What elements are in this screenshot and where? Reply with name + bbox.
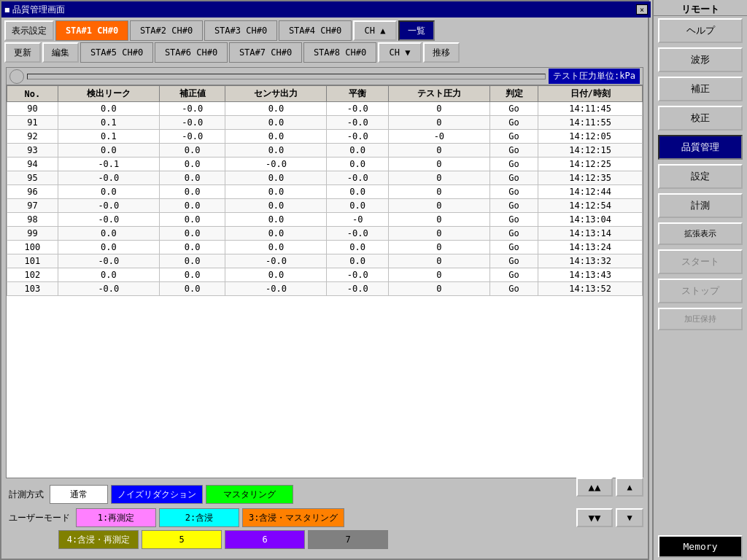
- help-button[interactable]: ヘルプ: [658, 18, 743, 43]
- table-row: 990.00.00.0-0.00Go14:13:14: [7, 227, 643, 241]
- table-cell: 14:11:55: [538, 116, 643, 130]
- tab-sta8-ch0[interactable]: STA#8 CH#0: [303, 42, 376, 63]
- scroll-bottom-button[interactable]: ▼▼: [576, 508, 613, 527]
- table-cell: 0.0: [225, 268, 327, 282]
- table-cell: Go: [489, 227, 538, 241]
- measurement-button[interactable]: 計測: [658, 193, 743, 218]
- arrow-area: ▲▲ ▲: [576, 478, 643, 497]
- title-bar: ◼ 品質管理画面 ×: [1, 1, 651, 18]
- right-sidebar: リモート ヘルプ 波形 補正 校正 品質管理 設定 計測 拡張表示 スタート ス…: [652, 0, 747, 560]
- table-cell: -0.0: [58, 171, 159, 185]
- table-cell: 94: [7, 158, 58, 171]
- noise-reduction-button[interactable]: ノイズリダクション: [111, 485, 203, 504]
- unit-label: テスト圧力単位:kPa: [549, 69, 640, 84]
- table-cell: 14:12:25: [538, 158, 643, 171]
- table-body: 900.0-0.00.0-0.00Go14:11:45910.1-0.00.0-…: [7, 102, 643, 296]
- data-table: No. 検出リーク 補正値 センサ出力 平衡 テスト圧力 判定 日付/時刻 90…: [7, 85, 643, 296]
- table-cell: 0.0: [327, 199, 388, 213]
- user-mode-row2: 4:含浸・再測定 5 6 7: [58, 529, 643, 551]
- tab-sta1-ch0[interactable]: STA#1 CH#0: [55, 20, 128, 41]
- table-cell: 0.0: [58, 241, 159, 254]
- table-cell: 0.0: [159, 282, 225, 296]
- user-btn-1[interactable]: 1:再測定: [76, 508, 156, 527]
- stop-button[interactable]: ストップ: [658, 279, 743, 303]
- table-cell: -0.0: [327, 227, 388, 241]
- pressure-hold-button[interactable]: 加圧保持: [658, 308, 743, 330]
- ch-up-button[interactable]: CH ▲: [353, 20, 397, 41]
- memory-button[interactable]: Memory: [658, 535, 743, 558]
- table-cell: 14:11:45: [538, 102, 643, 116]
- user-btn-5[interactable]: 5: [142, 530, 222, 549]
- table-cell: 91: [7, 116, 58, 130]
- table-cell: 0.0: [327, 144, 388, 158]
- col-leak: 検出リーク: [58, 86, 159, 102]
- table-cell: -0.0: [327, 102, 388, 116]
- progress-bar: [27, 74, 546, 79]
- user-btn-4[interactable]: 4:含浸・再測定: [58, 530, 139, 549]
- user-btn-7[interactable]: 7: [308, 530, 388, 549]
- update-button[interactable]: 更新: [4, 42, 41, 63]
- mastering-button[interactable]: マスタリング: [206, 485, 293, 504]
- table-cell: 0: [388, 268, 489, 282]
- ichiran-button[interactable]: 一覧: [398, 20, 435, 41]
- user-btn-2[interactable]: 2:含浸: [159, 508, 239, 527]
- table-cell: -0.1: [58, 158, 159, 171]
- title-bar-left: ◼ 品質管理画面: [4, 4, 65, 16]
- settings-button[interactable]: 設定: [658, 164, 743, 189]
- edit-button[interactable]: 編集: [42, 42, 79, 63]
- table-cell: -0: [327, 213, 388, 227]
- table-row: 900.0-0.00.0-0.00Go14:11:45: [7, 102, 643, 116]
- table-cell: 0: [388, 116, 489, 130]
- table-cell: 98: [7, 213, 58, 227]
- table-row: 103-0.00.0-0.0-0.00Go14:13:52: [7, 282, 643, 296]
- table-cell: 0.0: [225, 116, 327, 130]
- table-cell: Go: [489, 268, 538, 282]
- table-cell: Go: [489, 144, 538, 158]
- table-cell: Go: [489, 213, 538, 227]
- tab-sta6-ch0[interactable]: STA#6 CH#0: [155, 42, 228, 63]
- scroll-top-button[interactable]: ▲▲: [576, 478, 613, 497]
- col-test-pressure: テスト圧力: [388, 86, 489, 102]
- user-btn-6[interactable]: 6: [225, 530, 305, 549]
- correction-button[interactable]: 補正: [658, 77, 743, 101]
- tab-sta2-ch0[interactable]: STA#2 CH#0: [130, 20, 203, 41]
- data-area: テスト圧力単位:kPa No. 検出リーク 補正値 センサ出力 平衡 テスト圧力…: [6, 67, 643, 478]
- measurement-row: 計測方式 通常 ノイズリダクション マスタリング ▲▲ ▲: [6, 482, 643, 507]
- normal-mode-button[interactable]: 通常: [50, 485, 108, 504]
- close-button[interactable]: ×: [636, 4, 648, 15]
- user-mode-row: ユーザーモード 1:再測定 2:含浸 3:含浸・マスタリング ▼▼ ▼: [6, 507, 643, 529]
- table-cell: 14:12:44: [538, 185, 643, 199]
- table-cell: 0.0: [159, 227, 225, 241]
- display-settings-button[interactable]: 表示設定: [4, 20, 54, 41]
- table-cell: 0: [388, 102, 489, 116]
- tab-sta4-ch0[interactable]: STA#4 CH#0: [279, 20, 352, 41]
- scroll-up-button[interactable]: ▲: [616, 478, 643, 497]
- table-cell: 0.0: [327, 158, 388, 171]
- table-cell: 0: [388, 227, 489, 241]
- quality-button[interactable]: 品質管理: [658, 135, 743, 160]
- table-cell: 0.0: [327, 241, 388, 254]
- table-row: 95-0.00.00.0-0.00Go14:12:35: [7, 171, 643, 185]
- tab-sta5-ch0[interactable]: STA#5 CH#0: [80, 42, 153, 63]
- tab-sta7-ch0[interactable]: STA#7 CH#0: [229, 42, 302, 63]
- suii-button[interactable]: 推移: [423, 42, 460, 63]
- table-cell: 0.0: [58, 185, 159, 199]
- ch-down-button[interactable]: CH ▼: [378, 42, 422, 63]
- table-cell: 93: [7, 144, 58, 158]
- calibration-button[interactable]: 校正: [658, 106, 743, 131]
- waveform-button[interactable]: 波形: [658, 47, 743, 72]
- table-cell: 95: [7, 171, 58, 185]
- table-cell: -0.0: [58, 213, 159, 227]
- table-row: 1000.00.00.00.00Go14:13:24: [7, 241, 643, 254]
- window-title: 品質管理画面: [12, 4, 65, 16]
- user-btn-3[interactable]: 3:含浸・マスタリング: [242, 508, 344, 527]
- table-cell: 14:13:43: [538, 268, 643, 282]
- tab-sta3-ch0[interactable]: STA#3 CH#0: [204, 20, 277, 41]
- table-cell: Go: [489, 102, 538, 116]
- table-cell: 14:12:15: [538, 144, 643, 158]
- scroll-down-button[interactable]: ▼: [616, 508, 643, 527]
- start-button[interactable]: スタート: [658, 249, 743, 274]
- table-row: 960.00.00.00.00Go14:12:44: [7, 185, 643, 199]
- table-cell: 0.0: [159, 213, 225, 227]
- extended-view-button[interactable]: 拡張表示: [658, 222, 743, 245]
